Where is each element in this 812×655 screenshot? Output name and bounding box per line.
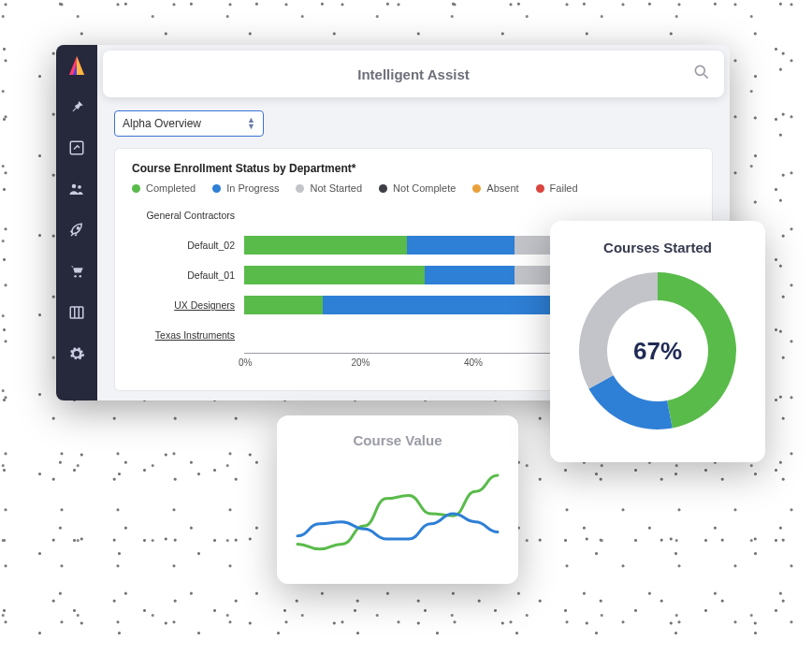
xaxis-tick: 0% <box>239 357 352 368</box>
bar-row-label: General Contractors <box>132 210 244 221</box>
app-logo <box>65 54 88 77</box>
search-icon <box>692 63 711 85</box>
dropdown-selected: Alpha Overview <box>123 117 201 130</box>
svg-marker-1 <box>77 56 84 75</box>
svg-rect-3 <box>70 141 83 154</box>
bar-segment-inprogress[interactable] <box>407 236 515 255</box>
courses-started-card: Courses Started 67% <box>550 221 765 462</box>
xaxis-tick: 20% <box>352 357 465 368</box>
legend-swatch <box>132 184 140 193</box>
dropdown-caret-icon: ▲▼ <box>247 117 255 130</box>
svg-point-6 <box>77 227 79 229</box>
svg-line-13 <box>704 75 708 79</box>
line-series-series-b[interactable] <box>297 514 498 539</box>
legend-item-failed[interactable]: Failed <box>536 182 578 194</box>
legend-swatch <box>212 184 221 193</box>
nav-settings-icon[interactable] <box>56 335 97 372</box>
svg-point-7 <box>74 275 76 277</box>
legend-swatch <box>296 184 304 193</box>
svg-point-5 <box>78 185 81 189</box>
enrollment-title: Course Enrollment Status by Department* <box>132 162 695 175</box>
bar-segment-completed[interactable] <box>244 266 425 284</box>
donut-chart: 67% <box>575 269 740 433</box>
legend-swatch <box>379 184 387 193</box>
nav-edit-icon[interactable] <box>56 129 97 167</box>
nav-pin-icon[interactable] <box>56 88 97 125</box>
course-value-card: Course Value <box>277 415 518 584</box>
bar-row-label: Texas Instruments <box>132 329 244 341</box>
nav-columns-icon[interactable] <box>56 294 97 331</box>
search-placeholder: Intelligent Assist <box>357 66 469 82</box>
nav-cart-icon[interactable] <box>56 253 97 290</box>
search-bar[interactable]: Intelligent Assist <box>103 51 724 97</box>
enrollment-legend: CompletedIn ProgressNot StartedNot Compl… <box>132 182 695 194</box>
bar-row-label: Default_02 <box>132 240 244 251</box>
legend-item-completed[interactable]: Completed <box>132 182 196 194</box>
legend-swatch <box>472 184 481 193</box>
legend-label: Not Complete <box>393 182 456 194</box>
legend-label: Completed <box>146 182 196 194</box>
courses-started-title: Courses Started <box>603 240 712 255</box>
legend-swatch <box>536 184 544 193</box>
nav-users-icon[interactable] <box>56 170 97 208</box>
overview-dropdown[interactable]: Alpha Overview ▲▼ <box>114 110 264 137</box>
bar-segment-completed[interactable] <box>244 236 407 255</box>
bar-segment-completed[interactable] <box>244 296 323 314</box>
svg-point-8 <box>80 275 81 277</box>
legend-label: Failed <box>550 182 578 194</box>
legend-label: In Progress <box>226 182 279 194</box>
legend-item-inprogress[interactable]: In Progress <box>212 182 279 194</box>
legend-label: Not Started <box>310 182 362 194</box>
svg-point-4 <box>72 184 77 189</box>
legend-label: Absent <box>486 182 518 194</box>
svg-point-12 <box>695 66 704 75</box>
bar-segment-inprogress[interactable] <box>425 266 515 284</box>
legend-item-notstarted[interactable]: Not Started <box>296 182 362 194</box>
line-chart <box>292 458 503 574</box>
bar-row-label: UX Designers <box>132 299 244 311</box>
course-value-title: Course Value <box>353 432 442 448</box>
legend-item-notcomplete[interactable]: Not Complete <box>379 182 456 194</box>
svg-rect-9 <box>70 307 83 318</box>
donut-center-label: 67% <box>607 300 708 401</box>
nav-launch-icon[interactable] <box>56 211 97 249</box>
legend-item-absent[interactable]: Absent <box>472 182 518 194</box>
sidebar <box>56 45 97 400</box>
bar-row-label: Default_01 <box>132 269 244 281</box>
